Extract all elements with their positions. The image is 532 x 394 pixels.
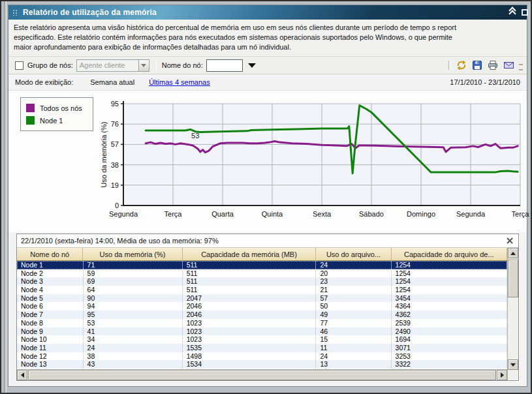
- table-row[interactable]: Node 171511241254: [17, 261, 507, 269]
- table-cell: 511: [183, 261, 317, 269]
- description-line: especificado. Este relatório contém info…: [14, 33, 522, 42]
- svg-text:0: 0: [115, 202, 119, 209]
- table-cell: Node 11: [17, 344, 84, 352]
- divider: [156, 59, 157, 72]
- table-cell: 24: [84, 344, 183, 352]
- node-group-checkbox[interactable]: [15, 61, 23, 70]
- legend-item[interactable]: Node 1: [26, 114, 87, 127]
- table-row[interactable]: Node 369511231254: [17, 277, 507, 286]
- title-bar[interactable]: Relatório de utilização da memória: [8, 5, 527, 20]
- table-cell: 2046: [183, 302, 317, 311]
- column-header[interactable]: Nome do nó: [17, 248, 83, 261]
- arrow-left-icon: [21, 372, 24, 378]
- report-window: Relatório de utilização da memória Este …: [8, 5, 527, 387]
- table-cell: Node 3: [17, 277, 84, 286]
- vertical-scroll-thumb[interactable]: [508, 260, 518, 297]
- table-cell: 59: [84, 269, 183, 278]
- collapse-double-chevron-up-icon[interactable]: [509, 8, 518, 16]
- table-row[interactable]: Node 5902047573454: [17, 294, 507, 303]
- column-header[interactable]: Capacidade do arquivo de...: [392, 248, 508, 261]
- table-row[interactable]: Node 12381498243253: [17, 352, 507, 361]
- table-cell: 3071: [392, 344, 507, 352]
- save-icon: [472, 60, 482, 70]
- table-cell: 20: [316, 269, 391, 278]
- toolbar: [447, 59, 523, 72]
- table-cell: 46: [316, 327, 391, 336]
- scroll-down-button[interactable]: [508, 359, 518, 370]
- last-4-weeks-link[interactable]: Últimas 4 semanas: [149, 78, 210, 86]
- save-button[interactable]: [471, 59, 484, 72]
- table-cell: 1254: [392, 269, 507, 278]
- close-button[interactable]: [505, 236, 514, 245]
- refresh-icon: [456, 60, 467, 70]
- svg-text:Uso da memória (%): Uso da memória (%): [100, 122, 108, 188]
- table-cell: 38: [84, 352, 183, 361]
- table-row[interactable]: Node 10341023151694: [17, 335, 507, 344]
- description-line: Este relatório apresenta uma visão histó…: [14, 23, 522, 33]
- node-grid: Nome do nóUso da memória (%)Capacidade d…: [17, 248, 518, 380]
- table-cell: 1254: [392, 261, 507, 269]
- divider: [448, 61, 451, 70]
- column-header[interactable]: Uso do arquivo...: [316, 248, 391, 261]
- refresh-button[interactable]: [455, 59, 468, 72]
- table-row[interactable]: Node 7952046494362: [17, 311, 507, 319]
- legend-item[interactable]: Todos os nós: [26, 102, 87, 114]
- table-row[interactable]: Node 8531023772539: [17, 319, 507, 327]
- print-button[interactable]: [486, 59, 499, 72]
- svg-text:Domingo: Domingo: [407, 210, 435, 218]
- table-cell: Node 13: [17, 360, 84, 369]
- table-row[interactable]: Node 11241535113071: [17, 344, 507, 352]
- legend-swatch: [26, 104, 35, 112]
- vertical-scrollbar[interactable]: [507, 248, 518, 380]
- table-cell: 4364: [392, 302, 507, 311]
- column-header[interactable]: Capacidade da memória (MB): [183, 248, 317, 261]
- table-cell: 511: [183, 269, 317, 278]
- table-cell: 94: [84, 302, 183, 311]
- table-cell: 24: [316, 352, 391, 361]
- memory-usage-chart[interactable]: 01938577695SegundaTerçaQuartaQuintaSexta…: [97, 96, 532, 226]
- node-name-input[interactable]: [206, 59, 243, 72]
- description-line: maior aprofundamento para exibição de in…: [14, 42, 522, 52]
- table-cell: 95: [84, 311, 183, 319]
- filter-bar: Grupo de nós: Agente cliente Nome do nó:: [8, 57, 527, 74]
- date-range: 17/1/2010 - 23/1/2010: [450, 78, 520, 86]
- table-cell: Node 7: [17, 311, 84, 319]
- window-square-icon[interactable]: [522, 9, 528, 16]
- email-button[interactable]: [502, 59, 515, 72]
- node-name-dropdown-icon[interactable]: [248, 63, 256, 68]
- svg-text:53: 53: [191, 132, 199, 140]
- legend-label: Node 1: [40, 117, 63, 125]
- table-cell: 71: [84, 261, 183, 269]
- table-row[interactable]: Node 464511211254: [17, 286, 507, 294]
- table-cell: Node 4: [17, 286, 84, 294]
- table-cell: 77: [316, 319, 391, 327]
- table-row[interactable]: Node 13431534133322: [17, 360, 507, 369]
- email-icon: [503, 60, 514, 70]
- table-cell: 2046: [183, 311, 317, 319]
- table-row[interactable]: Node 6942046504364: [17, 302, 507, 311]
- scroll-right-button[interactable]: [497, 370, 507, 380]
- column-header[interactable]: Uso da memória (%): [83, 248, 182, 261]
- detail-caption: 22/1/2010 (sexta-feira) 14:00, Média de …: [21, 237, 219, 245]
- scroll-left-button[interactable]: [17, 370, 27, 380]
- print-icon: [488, 60, 498, 70]
- svg-text:Quinta: Quinta: [262, 210, 283, 218]
- table-cell: 4362: [392, 311, 507, 319]
- table-cell: 43: [84, 360, 183, 369]
- svg-text:95: 95: [111, 100, 119, 108]
- table-row[interactable]: Node 259511201254: [17, 269, 507, 278]
- table-cell: 11: [316, 344, 391, 352]
- table-cell: 50: [316, 302, 391, 311]
- table-cell: 13: [316, 360, 391, 369]
- table-cell: 1023: [183, 319, 317, 327]
- horizontal-scroll-thumb[interactable]: [28, 370, 496, 380]
- table-row[interactable]: Node 9411023462490: [17, 327, 507, 336]
- chevron-down-icon: [141, 64, 146, 67]
- toolbar-handle-icon[interactable]: [519, 64, 523, 70]
- node-group-select-button: [138, 60, 149, 71]
- table-cell: 90: [84, 294, 183, 303]
- horizontal-scrollbar[interactable]: [17, 369, 507, 380]
- table-cell: 53: [84, 319, 183, 327]
- table-cell: 1535: [183, 344, 317, 352]
- scroll-up-button[interactable]: [508, 248, 518, 258]
